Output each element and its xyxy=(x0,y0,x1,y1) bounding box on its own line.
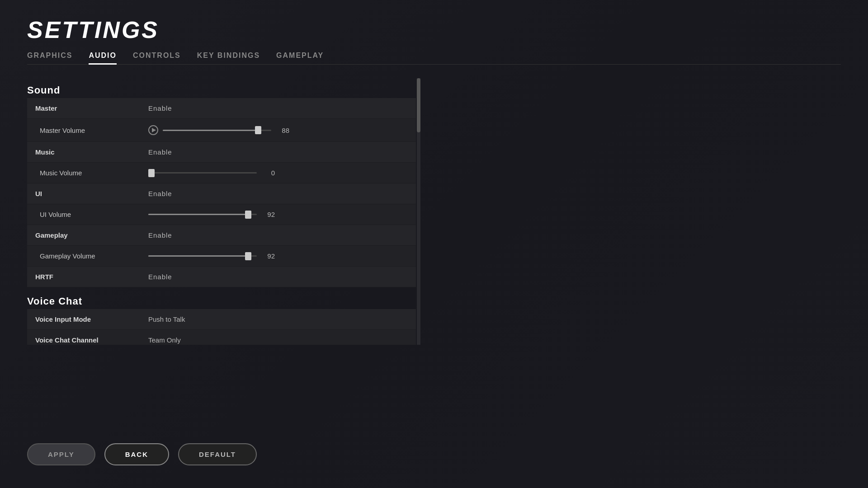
gameplay-enable[interactable]: Enable xyxy=(148,231,172,239)
gameplay-volume-slider-cell: 92 xyxy=(148,252,408,260)
gameplay-volume-track[interactable] xyxy=(148,255,257,257)
page-title: SETTINGS xyxy=(27,16,841,43)
music-volume-thumb[interactable] xyxy=(148,169,155,177)
ui-volume-value: 92 xyxy=(261,211,275,218)
apply-button[interactable]: APPLY xyxy=(27,443,95,465)
tab-controls[interactable]: CONTROLS xyxy=(133,52,181,64)
ui-volume-thumb[interactable] xyxy=(245,211,251,219)
content-area: Sound Master Enable Master Volume xyxy=(27,78,841,345)
table-row: Master Volume 88 xyxy=(27,119,416,142)
ui-volume-track[interactable] xyxy=(148,214,257,215)
row-label: Gameplay Volume xyxy=(27,246,140,267)
row-label: UI Volume xyxy=(27,204,140,225)
gameplay-volume-value: 92 xyxy=(261,252,275,260)
table-row: Master Enable xyxy=(27,98,416,119)
row-label: UI xyxy=(27,183,140,204)
scrollbar[interactable] xyxy=(417,78,420,345)
voice-input-mode-value[interactable]: Push to Talk xyxy=(148,315,185,323)
ui-enable[interactable]: Enable xyxy=(148,190,172,197)
table-row: Music Volume 0 xyxy=(27,163,416,183)
music-volume-track[interactable] xyxy=(148,172,257,174)
gameplay-volume-thumb[interactable] xyxy=(245,252,251,260)
row-label: Voice Input Mode xyxy=(27,309,140,330)
row-label: Music Volume xyxy=(27,163,140,183)
tab-gameplay[interactable]: GAMEPLAY xyxy=(276,52,324,64)
ui-volume-slider-cell: 92 xyxy=(148,211,408,218)
tab-audio[interactable]: AUDIO xyxy=(89,52,117,64)
table-row: Voice Chat Channel Team Only xyxy=(27,330,416,345)
music-volume-value: 0 xyxy=(261,169,275,177)
row-label: HRTF xyxy=(27,267,140,287)
voice-chat-channel-value[interactable]: Team Only xyxy=(148,336,181,344)
music-enable[interactable]: Enable xyxy=(148,148,172,156)
row-label: Gameplay xyxy=(27,225,140,246)
row-label: Music xyxy=(27,142,140,163)
master-volume-value: 88 xyxy=(276,127,289,134)
settings-panel: Sound Master Enable Master Volume xyxy=(27,78,420,345)
section-sound-label: Sound xyxy=(27,84,420,96)
table-row: Music Enable xyxy=(27,142,416,163)
back-button[interactable]: BACK xyxy=(104,443,169,465)
section-voice-chat-label: Voice Chat xyxy=(27,296,420,307)
table-row: Gameplay Enable xyxy=(27,225,416,246)
row-label: Master Volume xyxy=(27,119,140,142)
tab-keybindings[interactable]: KEY BINDINGS xyxy=(197,52,260,64)
music-volume-slider-cell: 0 xyxy=(148,169,408,177)
sound-table: Master Enable Master Volume 88 xyxy=(27,98,416,287)
table-row: Voice Input Mode Push to Talk xyxy=(27,309,416,330)
ui-volume-fill xyxy=(148,214,248,215)
master-enable[interactable]: Enable xyxy=(148,104,172,112)
row-label: Master xyxy=(27,98,140,119)
play-icon[interactable] xyxy=(148,125,158,135)
table-row: Gameplay Volume 92 xyxy=(27,246,416,267)
table-row: UI Volume 92 xyxy=(27,204,416,225)
voice-chat-table: Voice Input Mode Push to Talk Voice Chat… xyxy=(27,309,416,345)
master-volume-fill xyxy=(163,130,258,131)
gameplay-volume-fill xyxy=(148,255,248,257)
master-volume-slider-cell: 88 xyxy=(148,125,408,135)
table-row: HRTF Enable xyxy=(27,267,416,287)
hrtf-enable[interactable]: Enable xyxy=(148,273,172,281)
row-label: Voice Chat Channel xyxy=(27,330,140,345)
footer-buttons: APPLY BACK DEFAULT xyxy=(27,443,257,465)
scrollbar-thumb[interactable] xyxy=(417,78,420,132)
tabs-bar: GRAPHICS AUDIO CONTROLS KEY BINDINGS GAM… xyxy=(27,52,841,65)
master-volume-thumb[interactable] xyxy=(255,126,261,134)
tab-graphics[interactable]: GRAPHICS xyxy=(27,52,72,64)
master-volume-track[interactable] xyxy=(163,130,271,131)
table-row: UI Enable xyxy=(27,183,416,204)
default-button[interactable]: DEFAULT xyxy=(178,443,257,465)
